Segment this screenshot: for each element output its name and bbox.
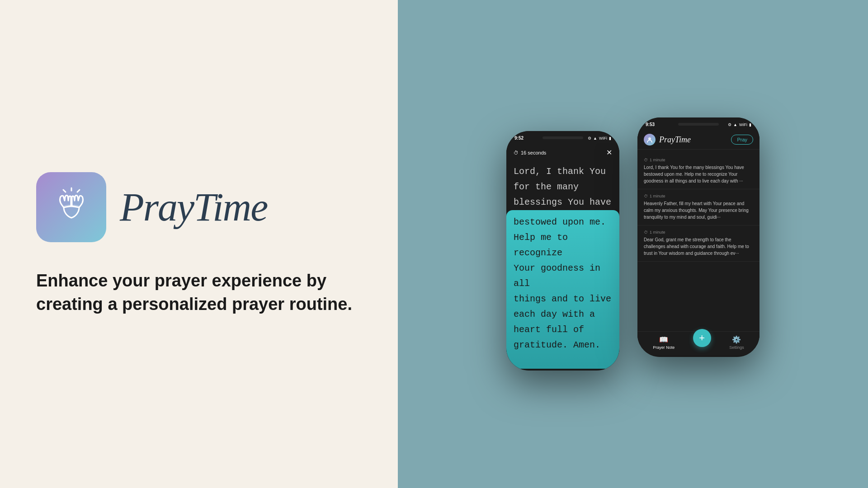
list-item[interactable]: ⏱ 1 minute Dear God, grant me the streng…	[637, 225, 760, 262]
item-text-3: Dear God, grant me the strength to face …	[644, 236, 753, 257]
timer-icon-2: ⏱	[644, 194, 648, 198]
timer-text-3: 1 minute	[650, 230, 665, 235]
status-icons-2: ⚙ ▲ WiFi ▮	[728, 122, 751, 127]
app-icon	[36, 172, 106, 242]
svg-line-1	[77, 190, 80, 192]
item-timer-3: ⏱ 1 minute	[644, 230, 753, 235]
phone-2: 9:53 ⚙ ▲ WiFi ▮ PrayTime	[637, 117, 760, 357]
book-icon: 📖	[659, 335, 668, 344]
timer-badge: ⏱ 16 seconds	[514, 150, 546, 155]
item-text-1: Lord, I thank You for the many blessings…	[644, 164, 753, 184]
item-text-2: Heavenly Father, fill my heart with Your…	[644, 200, 753, 221]
add-button[interactable]: +	[693, 329, 711, 347]
item-timer-2: ⏱ 1 minute	[644, 194, 753, 198]
timer-label: 16 seconds	[521, 150, 546, 155]
close-button[interactable]: ✕	[606, 148, 612, 157]
phone-2-footer: 📖 Prayer Note + ⚙️ Settings	[637, 331, 760, 355]
timer-text-2: 1 minute	[650, 194, 665, 198]
svg-point-3	[64, 205, 79, 207]
avatar-icon	[646, 136, 653, 143]
phone-2-content: PrayTime Pray ⏱ 1 minute Lord, I thank Y…	[637, 129, 760, 355]
settings-icon-1: ⚙	[588, 136, 591, 141]
item-timer-1: ⏱ 1 minute	[644, 158, 753, 162]
battery-icon-2: ▮	[749, 122, 751, 127]
battery-icon-1: ▮	[609, 136, 611, 141]
tagline: Enhance your prayer experience by creati…	[36, 269, 353, 316]
timer-icon-1: ⏱	[644, 158, 648, 162]
phone-1-content: ⏱ 16 seconds ✕ Lord, I thank You for the…	[506, 143, 619, 369]
phone-notch-1	[542, 136, 583, 139]
gear-icon: ⚙️	[732, 335, 741, 344]
signal-icon-2: ▲	[733, 122, 737, 127]
praying-hands-icon	[51, 187, 92, 228]
svg-line-2	[63, 190, 66, 192]
footer-tab-settings[interactable]: ⚙️ Settings	[729, 335, 744, 350]
timer-text-1: 1 minute	[650, 158, 665, 162]
timer-icon-3: ⏱	[644, 230, 648, 235]
left-panel: PrayTime Enhance your prayer experience …	[0, 0, 398, 488]
signal-icon-1: ▲	[593, 136, 597, 141]
status-icons-1: ⚙ ▲ WiFi ▮	[588, 136, 611, 141]
status-time-1: 9:52	[514, 136, 524, 141]
settings-icon-2: ⚙	[728, 122, 731, 127]
header-app-name: PrayTime	[659, 135, 691, 145]
prayer-note-label: Prayer Note	[653, 345, 675, 350]
brand-row: PrayTime	[36, 172, 362, 242]
phone-2-header: PrayTime Pray	[637, 129, 760, 150]
timer-icon: ⏱	[514, 150, 519, 155]
phone-1: 9:52 ⚙ ▲ WiFi ▮ ⏱ 16 seconds ✕ Lord, I t…	[506, 131, 619, 371]
svg-point-4	[648, 137, 651, 140]
phone-notch-2	[678, 123, 719, 126]
brand-name: PrayTime	[120, 188, 267, 227]
wifi-icon-1: WiFi	[599, 136, 607, 141]
list-item[interactable]: ⏱ 1 minute Lord, I thank You for the man…	[637, 153, 760, 189]
avatar	[644, 134, 656, 145]
pray-button[interactable]: Pray	[731, 135, 753, 145]
settings-label: Settings	[729, 345, 744, 350]
wifi-icon-2: WiFi	[739, 122, 747, 127]
prayer-list: ⏱ 1 minute Lord, I thank You for the man…	[637, 150, 760, 331]
status-time-2: 9:53	[646, 122, 655, 127]
right-panel: 9:52 ⚙ ▲ WiFi ▮ ⏱ 16 seconds ✕ Lord, I t…	[398, 0, 868, 488]
footer-tab-prayer-note[interactable]: 📖 Prayer Note	[653, 335, 675, 350]
prayer-text-top: Lord, I thank You for the many blessings…	[506, 160, 619, 210]
list-item[interactable]: ⏱ 1 minute Heavenly Father, fill my hear…	[637, 189, 760, 225]
phone-1-header: ⏱ 16 seconds ✕	[506, 143, 619, 160]
app-header-left: PrayTime	[644, 134, 691, 145]
prayer-text-highlight: bestowed upon me. Help me to recognize Y…	[506, 210, 619, 357]
